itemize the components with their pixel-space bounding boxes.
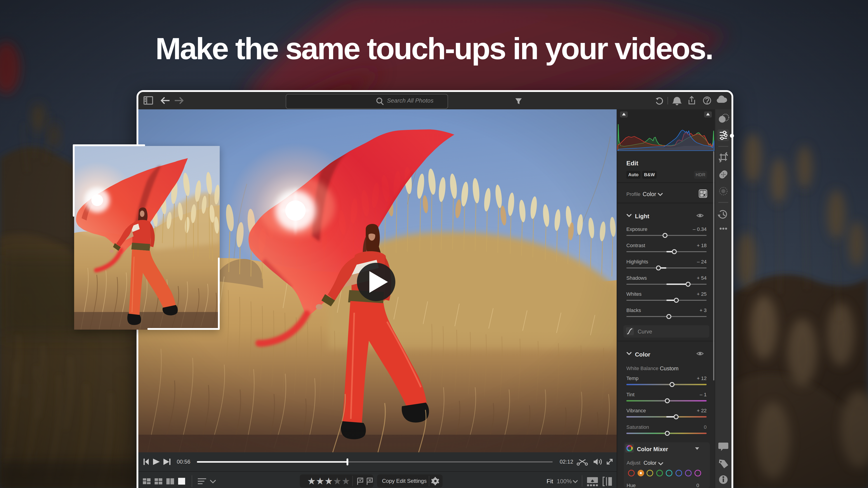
svg-text:Profile: Profile <box>626 191 640 197</box>
svg-text:00:56: 00:56 <box>177 459 190 465</box>
svg-text:★: ★ <box>324 476 333 486</box>
svg-text:White Balance: White Balance <box>626 365 658 371</box>
svg-text:Color: Color <box>643 191 656 197</box>
svg-text:Copy Edit Settings: Copy Edit Settings <box>382 478 427 484</box>
svg-text:Hue: Hue <box>627 483 636 488</box>
svg-text:100%: 100% <box>557 478 572 485</box>
svg-text:Curve: Curve <box>638 328 652 335</box>
svg-text:0: 0 <box>696 483 699 488</box>
svg-text:Custom: Custom <box>660 365 679 371</box>
svg-text:★: ★ <box>307 476 316 486</box>
svg-text:Color: Color <box>635 351 650 358</box>
svg-text:Color Mixer: Color Mixer <box>637 446 668 452</box>
svg-text:HDR: HDR <box>695 172 706 177</box>
svg-text:Light: Light <box>635 213 649 220</box>
svg-text:Auto: Auto <box>628 172 639 177</box>
svg-text:Fit: Fit <box>547 478 553 485</box>
svg-text:Color: Color <box>644 460 656 466</box>
svg-text:Adjust: Adjust <box>627 460 640 466</box>
svg-text:★: ★ <box>316 476 324 486</box>
svg-text:★: ★ <box>333 476 342 486</box>
svg-text:Search All Photos: Search All Photos <box>387 97 434 104</box>
svg-text:Edit: Edit <box>626 160 638 167</box>
svg-text:02:12: 02:12 <box>560 459 573 465</box>
svg-text:B&W: B&W <box>644 172 655 177</box>
svg-text:★: ★ <box>342 476 350 486</box>
